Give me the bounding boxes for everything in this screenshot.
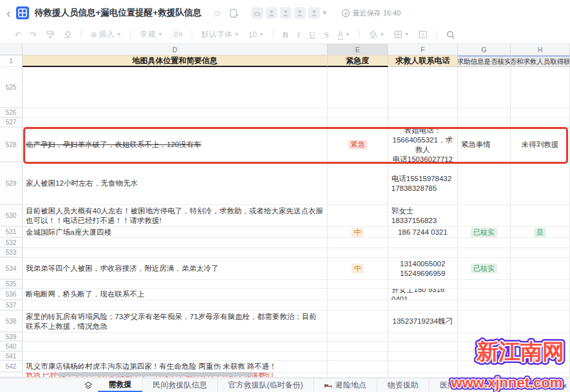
font-color-button[interactable]: A▼ (338, 30, 350, 40)
select-all-corner[interactable] (0, 44, 23, 55)
cell-F526[interactable] (388, 108, 458, 117)
row-number[interactable]: 536 (0, 289, 23, 300)
cell-E534[interactable]: 中 (328, 258, 388, 279)
cell-F537[interactable] (388, 300, 458, 310)
fill-color-button[interactable]: ▼ (369, 30, 385, 39)
sheet-tab-需救援[interactable]: 需救援 (98, 378, 142, 392)
sheet-tab-物资援助[interactable]: 物资援助 (377, 378, 429, 392)
cell-D534[interactable]: 我弟弟等四个人被困，求收容接济，附近房满，弟弟太冷了 (23, 258, 328, 279)
cell-E542[interactable] (328, 361, 388, 372)
cell-D529[interactable]: 家人被困12小时左右，无食物无水 (23, 162, 328, 204)
row-number[interactable]: 535 (0, 280, 23, 288)
cell-E541[interactable] (328, 352, 388, 360)
cell-E533[interactable] (328, 248, 388, 257)
cell-E529[interactable] (328, 162, 388, 204)
cell-G526[interactable] (458, 108, 511, 117)
cell-H525[interactable] (511, 67, 570, 108)
merge-cells-button[interactable] (418, 30, 428, 39)
cell-F531[interactable]: 186 7244 0321 (388, 227, 458, 237)
star-icon[interactable]: ☆ (213, 8, 221, 18)
cell-G528[interactable]: 紧急事情 (458, 128, 511, 162)
row-number[interactable]: 525 (0, 67, 23, 108)
cell-H527[interactable] (511, 118, 570, 127)
header-cell-H[interactable]: 是否和求救人员取得联系 (511, 55, 570, 67)
italic-button[interactable]: I (297, 30, 300, 40)
cell-E536[interactable] (328, 289, 388, 300)
cell-H530[interactable] (511, 205, 570, 226)
row-number[interactable]: 1 (0, 55, 23, 67)
cell-G533[interactable] (458, 248, 511, 257)
cell-G535[interactable] (458, 280, 511, 288)
cell-G525[interactable] (458, 67, 511, 108)
cell-F532[interactable] (388, 238, 458, 248)
cell-E538[interactable] (328, 311, 388, 332)
row-number[interactable]: 542 (0, 361, 23, 372)
cell-D525[interactable] (23, 67, 328, 108)
cell-H[interactable] (511, 373, 570, 377)
cell-H529[interactable] (511, 162, 570, 204)
cell-H531[interactable]: 是 (511, 227, 570, 237)
bold-button[interactable]: B (282, 30, 288, 40)
row-number[interactable]: 533 (0, 248, 23, 257)
cell-E531[interactable]: 中 (328, 227, 388, 237)
cell-E530[interactable] (328, 205, 388, 226)
cell-G542[interactable] (458, 361, 511, 372)
sheet-list-icon[interactable] (79, 378, 98, 392)
row-number[interactable]: 531 (0, 227, 23, 237)
cell-D528[interactable]: 临产孕妇，孕妇羊水破了，表姐联系不上，120没有车 (23, 128, 328, 162)
cell-G537[interactable] (458, 300, 511, 310)
cell-D535[interactable] (23, 280, 328, 288)
cell-F[interactable] (388, 373, 458, 377)
cell-F529[interactable]: 电话1551597843217838328785 (388, 162, 458, 204)
cell-F533[interactable] (388, 248, 458, 257)
row-number[interactable]: 526 (0, 108, 23, 117)
undo-button[interactable]: ↶ (15, 30, 21, 39)
cell-E532[interactable] (328, 238, 388, 248)
header-cell-D[interactable]: 地图具体位置和简要信息 (23, 55, 328, 67)
cell-F538[interactable]: 13523719234魏刁 (388, 311, 458, 332)
column-letter-E[interactable]: E (328, 44, 388, 55)
cell-G540[interactable] (458, 342, 511, 351)
cell-H526[interactable] (511, 108, 570, 117)
cell-E537[interactable] (328, 300, 388, 310)
borders-button[interactable]: ▼ (394, 30, 409, 39)
cell-F528[interactable]: 表姐电话：15664055321，求救人电话15036027712 (388, 128, 458, 162)
sheet-tab-医疗信息[interactable]: 医疗信息 (429, 378, 482, 392)
sheet-tab-民间救援队信息[interactable]: 民间救援队信息 (142, 378, 218, 392)
cell-E526[interactable] (328, 108, 388, 117)
cell-D527[interactable] (23, 118, 328, 127)
document-title[interactable]: 待救援人员信息+漏电位置提醒+救援队信息 (35, 7, 202, 19)
cell-E525[interactable] (328, 67, 388, 108)
cell-D526[interactable] (23, 108, 328, 117)
cell-D532[interactable] (23, 238, 328, 248)
row-number[interactable] (0, 373, 23, 377)
row-number[interactable]: 527 (0, 118, 23, 127)
number-format-dropdown[interactable]: 常规▼ (140, 29, 162, 40)
cell-H532[interactable] (511, 238, 570, 248)
cell-D537[interactable] (23, 300, 328, 310)
cell-G529[interactable] (458, 162, 511, 204)
row-number[interactable]: 530 (0, 205, 23, 226)
redo-button[interactable]: ↷ (30, 30, 37, 39)
cell-G531[interactable]: 已核实 (458, 227, 511, 237)
cell-G[interactable] (458, 373, 511, 377)
row-number[interactable]: 532 (0, 238, 23, 248)
cell-F535[interactable] (388, 280, 458, 288)
cell-E535[interactable] (328, 280, 388, 288)
cell-H538[interactable] (511, 311, 570, 332)
new-doc-icon[interactable] (230, 8, 239, 18)
sheet-tab-待救援人员信息[interactable]: 待救援人员信息 (482, 378, 568, 392)
cell-H542[interactable] (511, 361, 570, 372)
font-family-dropdown[interactable]: 默认字体▼ (201, 29, 239, 40)
cell-H537[interactable] (511, 300, 570, 310)
row-number[interactable]: 539 (0, 333, 23, 341)
cell-H534[interactable] (511, 258, 570, 279)
cell-F527[interactable] (388, 118, 458, 127)
cell-F530[interactable]: 郭女士18337156823 (388, 205, 458, 226)
cell-E539[interactable] (328, 333, 388, 341)
header-cell-F[interactable]: 求救人联系电话 (388, 55, 458, 67)
insert-button[interactable]: ⊕ 插入▼ (90, 29, 121, 40)
sheet-tab-避险地点[interactable]: 避险地点 (314, 378, 377, 392)
cell-H535[interactable] (511, 280, 570, 288)
cell-F542[interactable] (388, 361, 458, 372)
